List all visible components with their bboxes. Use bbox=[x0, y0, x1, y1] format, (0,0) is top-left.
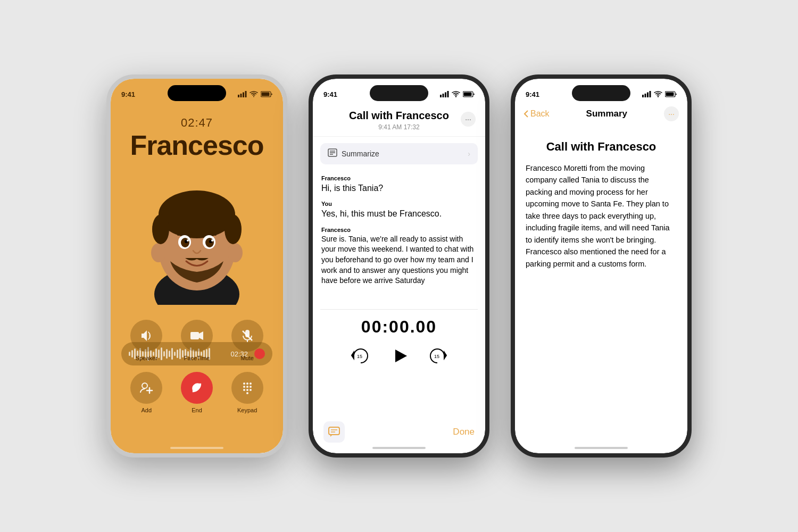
svg-rect-56 bbox=[329, 427, 339, 435]
end-button[interactable]: End bbox=[181, 372, 213, 413]
svg-point-39 bbox=[250, 389, 252, 391]
svg-point-10 bbox=[228, 243, 243, 262]
svg-rect-60 bbox=[645, 94, 646, 97]
svg-point-33 bbox=[250, 383, 252, 385]
summary-title: Call with Francesco bbox=[526, 140, 677, 154]
transcript-messages: Francesco Hi, is this Tania? You Yes, hi… bbox=[313, 171, 485, 309]
wifi-icon-3 bbox=[654, 91, 662, 97]
signal-icon-2 bbox=[440, 91, 449, 97]
transcript-icon[interactable] bbox=[323, 421, 345, 443]
phone-2: 9:41 Call with Francesco 9:41 AM 17:32 ·… bbox=[309, 74, 489, 458]
svg-rect-23 bbox=[190, 332, 199, 339]
back-button[interactable]: Back bbox=[523, 109, 550, 119]
svg-rect-61 bbox=[647, 93, 649, 98]
svg-marker-24 bbox=[199, 331, 203, 340]
message-1: Francesco Hi, is this Tania? bbox=[321, 175, 477, 194]
msg-speaker-2: You bbox=[321, 201, 477, 207]
battery-icon bbox=[261, 91, 272, 97]
svg-rect-43 bbox=[445, 93, 446, 98]
summary-nav: Back Summary ··· bbox=[515, 106, 687, 121]
signal-icon bbox=[238, 91, 247, 97]
memoji-avatar bbox=[138, 167, 255, 305]
wifi-icon-2 bbox=[452, 91, 460, 97]
avatar-container bbox=[138, 167, 255, 305]
svg-rect-64 bbox=[666, 93, 674, 96]
svg-rect-2 bbox=[243, 93, 244, 98]
call-timer: 02:47 bbox=[111, 116, 283, 130]
summarize-bar[interactable]: Summarize › bbox=[320, 143, 478, 164]
btn-row-1: Speaker FaceTime Mute bbox=[121, 320, 272, 361]
status-time-1: 9:41 bbox=[121, 90, 135, 98]
svg-point-31 bbox=[243, 383, 245, 385]
svg-text:15: 15 bbox=[357, 354, 362, 359]
summarize-chevron-icon: › bbox=[468, 149, 470, 158]
call-buttons: Speaker FaceTime Mute bbox=[121, 320, 272, 424]
nav-title: Summary bbox=[586, 109, 627, 119]
facetime-label: FaceTime bbox=[184, 355, 210, 361]
summary-screen: 9:41 Back Summary ··· Call with Francesc… bbox=[515, 79, 687, 453]
svg-rect-44 bbox=[447, 91, 449, 97]
svg-point-34 bbox=[243, 386, 245, 388]
transcript-title: Call with Francesco bbox=[323, 110, 475, 122]
done-button[interactable]: Done bbox=[453, 427, 475, 437]
btn-row-2: Add End Keypad bbox=[121, 372, 272, 413]
mute-button[interactable]: Mute bbox=[231, 320, 263, 361]
play-button[interactable] bbox=[387, 344, 411, 368]
svg-rect-59 bbox=[642, 95, 644, 97]
playback-controls: 15 15 bbox=[349, 344, 449, 368]
status-icons-1 bbox=[238, 91, 272, 97]
keypad-label: Keypad bbox=[237, 407, 257, 413]
svg-marker-51 bbox=[352, 352, 354, 359]
facetime-button[interactable]: FaceTime bbox=[181, 320, 213, 361]
status-bar-3: 9:41 bbox=[515, 79, 687, 105]
back-label: Back bbox=[530, 109, 550, 119]
playback-timer: 00:00.00 bbox=[361, 317, 437, 337]
wifi-icon bbox=[250, 91, 258, 97]
more-button-2[interactable]: ··· bbox=[461, 112, 476, 127]
svg-point-14 bbox=[225, 214, 242, 244]
more-button-3[interactable]: ··· bbox=[664, 106, 679, 121]
call-screen: 9:41 02:47 Francesco bbox=[111, 79, 283, 453]
end-label: End bbox=[192, 407, 202, 413]
speaker-label: Speaker bbox=[136, 355, 157, 361]
transcript-subtitle: 9:41 AM 17:32 bbox=[323, 123, 475, 131]
svg-rect-41 bbox=[440, 95, 442, 97]
transcript-footer: Done bbox=[323, 421, 475, 443]
mute-label: Mute bbox=[240, 355, 253, 361]
status-icons-2 bbox=[440, 91, 475, 97]
add-button[interactable]: Add bbox=[130, 372, 162, 413]
battery-icon-3 bbox=[665, 91, 677, 97]
dynamic-island-1 bbox=[168, 85, 226, 101]
svg-rect-46 bbox=[464, 93, 472, 96]
message-3: Francesco Sure is. Tania, we're all read… bbox=[321, 227, 477, 286]
summarize-icon bbox=[328, 148, 337, 159]
rewind-button[interactable]: 15 bbox=[349, 344, 372, 368]
speaker-button[interactable]: Speaker bbox=[130, 320, 162, 361]
msg-text-1: Hi, is this Tania? bbox=[321, 182, 477, 194]
playback-section: 00:00.00 15 bbox=[313, 310, 485, 375]
dynamic-island-3 bbox=[572, 85, 630, 101]
svg-rect-3 bbox=[245, 91, 247, 97]
summarize-left: Summarize bbox=[328, 148, 379, 159]
svg-point-28 bbox=[142, 383, 147, 388]
signal-icon-3 bbox=[642, 91, 651, 97]
svg-marker-53 bbox=[395, 350, 407, 362]
phone-1: 9:41 02:47 Francesco bbox=[106, 74, 287, 458]
add-label: Add bbox=[142, 407, 152, 413]
msg-text-2: Yes, hi, this must be Francesco. bbox=[321, 208, 477, 220]
svg-point-38 bbox=[246, 389, 248, 391]
svg-rect-1 bbox=[240, 94, 242, 97]
summarize-text: Summarize bbox=[342, 149, 379, 158]
forward-button[interactable]: 15 bbox=[426, 344, 449, 368]
msg-speaker-1: Francesco bbox=[321, 175, 477, 181]
svg-point-36 bbox=[250, 386, 252, 388]
svg-point-35 bbox=[246, 386, 248, 388]
svg-rect-0 bbox=[238, 95, 239, 97]
svg-point-9 bbox=[151, 243, 166, 262]
status-time-3: 9:41 bbox=[526, 90, 539, 98]
keypad-button[interactable]: Keypad bbox=[231, 372, 263, 413]
svg-point-13 bbox=[152, 214, 169, 244]
msg-text-3: Sure is. Tania, we're all ready to assis… bbox=[321, 234, 477, 286]
phone-3: 9:41 Back Summary ··· Call with Francesc… bbox=[511, 74, 692, 458]
status-icons-3 bbox=[642, 91, 677, 97]
